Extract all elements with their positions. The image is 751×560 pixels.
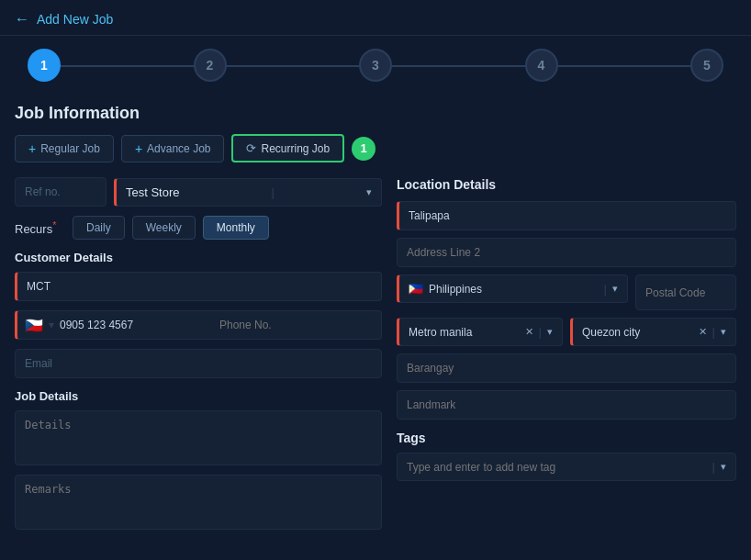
country-selector[interactable]: 🇵🇭 Philippines | ▾ (397, 274, 628, 303)
right-column: Location Details 🇵🇭 Philippines | ▾ Metr… (397, 177, 736, 539)
monthly-button[interactable]: Monthly (203, 216, 269, 240)
details-textarea[interactable] (15, 410, 382, 465)
landmark-input[interactable] (397, 390, 736, 420)
customer-section-title: Customer Details (15, 251, 382, 264)
ref-input[interactable] (15, 177, 106, 207)
plus-icon-2: + (135, 141, 142, 156)
phone-divider: ▾ (49, 319, 54, 331)
tags-chevron-icon: ▾ (721, 461, 726, 473)
metro-chevron-icon: ▾ (547, 326, 553, 338)
metro-clear-icon[interactable]: ✕ (525, 326, 533, 338)
daily-button[interactable]: Daily (73, 216, 125, 240)
stepper: 1 2 3 4 5 (0, 36, 751, 95)
customer-name-input[interactable] (15, 272, 382, 301)
recurring-badge: 1 (352, 137, 376, 161)
job-type-row: + Regular Job + Advance Job ⟳ Recurring … (15, 134, 736, 162)
phone-placeholder-input[interactable] (219, 311, 374, 339)
left-column: Test Store | ▾ Recurs* Daily Weekly Mont… (15, 177, 382, 539)
store-divider: | (272, 185, 275, 199)
recurs-row: Recurs* Daily Weekly Monthly (15, 216, 382, 240)
advance-job-button[interactable]: + Advance Job (121, 135, 225, 162)
back-button[interactable]: ← (15, 11, 29, 28)
store-chevron-icon: ▾ (366, 186, 372, 198)
address2-input[interactable] (397, 238, 736, 267)
plus-icon: + (28, 141, 36, 156)
advance-job-label: Advance Job (147, 142, 210, 155)
store-name: Test Store (126, 185, 180, 199)
content: Job Information + Regular Job + Advance … (0, 95, 751, 548)
regular-job-label: Regular Job (40, 142, 100, 155)
phone-flag: 🇨🇿 (25, 317, 43, 334)
header: ← Add New Job (0, 0, 751, 36)
metro-divider: | (539, 325, 542, 339)
country-flag: 🇵🇭 (409, 282, 423, 296)
step-2[interactable]: 2 (194, 49, 227, 82)
tags-title: Tags (397, 431, 736, 445)
step-4[interactable]: 4 (525, 49, 558, 82)
refresh-icon: ⟳ (246, 141, 256, 155)
step-3[interactable]: 3 (359, 49, 392, 82)
ref-store-row: Test Store | ▾ (15, 177, 382, 207)
job-details-title: Job Details (15, 389, 382, 403)
remarks-textarea[interactable] (15, 475, 382, 530)
recurs-label: Recurs* (15, 219, 65, 236)
quezon-name: Quezon city (582, 326, 693, 339)
metro-name: Metro manila (409, 326, 520, 339)
tags-divider: | (712, 460, 715, 474)
step-1[interactable]: 1 (28, 49, 61, 82)
quezon-clear-icon[interactable]: ✕ (699, 326, 707, 338)
two-col-layout: Test Store | ▾ Recurs* Daily Weekly Mont… (15, 177, 736, 539)
step-5[interactable]: 5 (690, 49, 723, 82)
quezon-chevron-icon: ▾ (721, 326, 726, 338)
location-title: Location Details (397, 177, 736, 192)
quezon-divider: | (712, 325, 715, 339)
section-title: Job Information (15, 104, 736, 123)
quezon-selector[interactable]: Quezon city ✕ | ▾ (570, 318, 736, 346)
store-selector[interactable]: Test Store | ▾ (114, 178, 382, 207)
phone-input[interactable] (60, 311, 214, 339)
country-name: Philippines (429, 283, 599, 296)
recurring-job-label: Recurring Job (261, 142, 330, 155)
country-chevron-icon: ▾ (612, 283, 618, 295)
metro-selector[interactable]: Metro manila ✕ | ▾ (397, 318, 563, 346)
regular-job-button[interactable]: + Regular Job (15, 135, 114, 162)
address1-input[interactable] (397, 201, 736, 230)
email-input[interactable] (15, 349, 382, 378)
phone-row: 🇨🇿 ▾ (15, 310, 382, 340)
city-row: Metro manila ✕ | ▾ Quezon city ✕ | ▾ (397, 318, 736, 346)
weekly-button[interactable]: Weekly (132, 216, 196, 240)
stepper-items: 1 2 3 4 5 (28, 49, 723, 82)
postal-input[interactable] (635, 274, 736, 310)
barangay-input[interactable] (397, 353, 736, 383)
country-divider: | (604, 282, 607, 296)
tags-input[interactable] (407, 461, 707, 474)
page-title: Add New Job (37, 12, 113, 27)
tags-input-row: | ▾ (397, 453, 736, 481)
recurring-job-button[interactable]: ⟳ Recurring Job (231, 134, 344, 162)
